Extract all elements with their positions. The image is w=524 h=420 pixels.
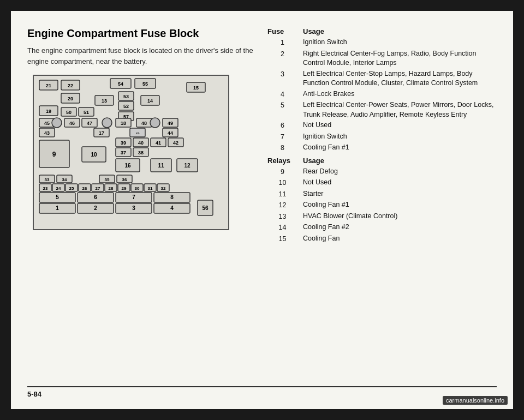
svg-text:13: 13 bbox=[102, 98, 107, 104]
svg-text:1: 1 bbox=[56, 205, 59, 211]
relay-number: 13 bbox=[267, 212, 297, 222]
svg-text:19: 19 bbox=[46, 109, 51, 114]
relay-row: 12Cooling Fan #1 bbox=[267, 200, 497, 211]
left-panel: Engine Compartment Fuse Block The engine… bbox=[27, 27, 257, 381]
fuse-desc: Cooling Fan #1 bbox=[303, 143, 497, 153]
svg-text:55: 55 bbox=[142, 81, 148, 87]
svg-text:16: 16 bbox=[124, 163, 131, 169]
svg-text:12: 12 bbox=[184, 163, 190, 169]
svg-text:47: 47 bbox=[87, 121, 92, 126]
table-row: 7Ignition Switch bbox=[267, 132, 497, 142]
fuse-desc: Not Used bbox=[303, 121, 497, 131]
table-header: Fuse Usage bbox=[267, 27, 497, 35]
relay-row: 14Cooling Fan #2 bbox=[267, 223, 497, 233]
usage-column-header: Usage bbox=[303, 27, 497, 35]
svg-text:28: 28 bbox=[109, 186, 114, 191]
svg-text:49: 49 bbox=[168, 121, 173, 126]
svg-text:48: 48 bbox=[141, 121, 147, 126]
relay-desc: Cooling Fan #1 bbox=[303, 200, 497, 211]
table-row: 5Left Electrical Center-Power Seats, Pow… bbox=[267, 100, 497, 119]
svg-point-30 bbox=[52, 118, 62, 128]
svg-text:40: 40 bbox=[138, 140, 144, 146]
table-row: 1Ignition Switch bbox=[267, 38, 497, 48]
svg-text:25: 25 bbox=[69, 186, 74, 191]
svg-text:29: 29 bbox=[122, 186, 127, 191]
svg-point-40 bbox=[150, 118, 160, 128]
svg-text:53: 53 bbox=[123, 94, 129, 99]
svg-text:21: 21 bbox=[46, 83, 51, 88]
svg-text:22: 22 bbox=[68, 83, 73, 88]
relay-number: 12 bbox=[267, 200, 297, 211]
fuse-desc: Left Electrical Center-Power Seats, Powe… bbox=[303, 100, 497, 119]
svg-text:36: 36 bbox=[122, 177, 127, 182]
svg-text:34: 34 bbox=[62, 177, 67, 182]
table-row: 3Left Electrical Center-Stop Lamps, Haza… bbox=[267, 69, 497, 88]
fuse-number: 2 bbox=[267, 49, 297, 68]
relay-number: 9 bbox=[267, 167, 297, 177]
fuse-desc: Ignition Switch bbox=[303, 38, 497, 48]
svg-text:41: 41 bbox=[156, 140, 161, 146]
fuse-number: 7 bbox=[267, 132, 297, 142]
fuse-number: 6 bbox=[267, 121, 297, 131]
svg-text:⇔: ⇔ bbox=[136, 131, 140, 136]
fuse-rows: 1Ignition Switch2Right Electrical Center… bbox=[267, 38, 497, 153]
fuse-desc: Anti-Lock Brakes bbox=[303, 89, 497, 100]
svg-text:2: 2 bbox=[94, 205, 97, 211]
relays-column-header: Relays bbox=[267, 157, 297, 165]
fuse-number: 8 bbox=[267, 143, 297, 153]
svg-text:42: 42 bbox=[173, 140, 178, 146]
svg-text:32: 32 bbox=[161, 186, 166, 191]
svg-text:10: 10 bbox=[91, 152, 97, 158]
fuse-number: 4 bbox=[267, 89, 297, 100]
page-description: The engine compartment fuse block is loc… bbox=[27, 45, 257, 67]
svg-text:52: 52 bbox=[123, 104, 129, 109]
relay-desc: Rear Defog bbox=[303, 167, 497, 177]
relay-row: 13HVAC Blower (Climate Control) bbox=[267, 212, 497, 222]
svg-text:5: 5 bbox=[56, 194, 59, 200]
footer: 5-84 bbox=[27, 386, 497, 398]
relays-header: Relays Usage bbox=[267, 157, 497, 165]
svg-text:43: 43 bbox=[44, 130, 50, 136]
relay-desc: HVAC Blower (Climate Control) bbox=[303, 212, 497, 222]
relay-row: 9Rear Defog bbox=[267, 167, 497, 177]
svg-text:35: 35 bbox=[105, 177, 110, 182]
svg-text:54: 54 bbox=[118, 81, 123, 87]
svg-text:30: 30 bbox=[135, 186, 140, 191]
page-number: 5-84 bbox=[27, 390, 41, 398]
svg-text:4: 4 bbox=[170, 205, 174, 211]
svg-text:39: 39 bbox=[121, 140, 126, 146]
fuse-desc: Left Electrical Center-Stop Lamps, Hazar… bbox=[303, 69, 497, 88]
svg-text:14: 14 bbox=[147, 98, 153, 104]
relay-number: 15 bbox=[267, 234, 297, 244]
svg-text:33: 33 bbox=[45, 177, 50, 182]
svg-text:31: 31 bbox=[148, 186, 153, 191]
svg-text:44: 44 bbox=[168, 130, 173, 136]
svg-text:24: 24 bbox=[56, 186, 61, 191]
svg-text:8: 8 bbox=[170, 194, 174, 200]
content-area: Engine Compartment Fuse Block The engine… bbox=[27, 27, 497, 381]
relay-number: 11 bbox=[267, 189, 297, 200]
table-row: 2Right Electrical Center-Fog Lamps, Radi… bbox=[267, 49, 497, 68]
fuse-table: Fuse Usage 1Ignition Switch2Right Electr… bbox=[267, 27, 497, 244]
page-title: Engine Compartment Fuse Block bbox=[27, 27, 257, 40]
svg-text:37: 37 bbox=[121, 150, 126, 155]
fuse-number: 3 bbox=[267, 69, 297, 88]
svg-text:6: 6 bbox=[94, 194, 97, 200]
table-row: 8Cooling Fan #1 bbox=[267, 143, 497, 153]
svg-text:20: 20 bbox=[68, 96, 73, 101]
relay-desc: Starter bbox=[303, 189, 497, 200]
svg-text:26: 26 bbox=[82, 186, 87, 191]
svg-text:38: 38 bbox=[138, 150, 144, 155]
svg-text:51: 51 bbox=[84, 110, 89, 115]
svg-text:46: 46 bbox=[69, 121, 75, 126]
svg-text:15: 15 bbox=[193, 85, 199, 91]
fuse-desc: Right Electrical Center-Fog Lamps, Radio… bbox=[303, 49, 497, 68]
svg-text:56: 56 bbox=[202, 205, 209, 211]
svg-text:50: 50 bbox=[66, 110, 72, 115]
fuse-column-header: Fuse bbox=[267, 27, 297, 35]
right-panel: Fuse Usage 1Ignition Switch2Right Electr… bbox=[267, 27, 497, 381]
svg-text:45: 45 bbox=[44, 121, 50, 126]
svg-text:3: 3 bbox=[132, 205, 135, 211]
relays-usage-column-header: Usage bbox=[303, 157, 497, 165]
relay-row: 10Not Used bbox=[267, 178, 497, 188]
